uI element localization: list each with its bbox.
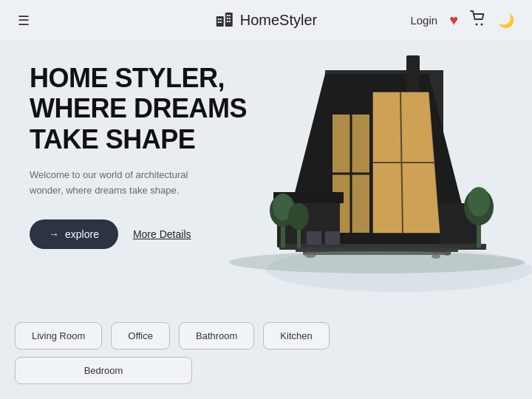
svg-point-12 bbox=[476, 24, 478, 26]
pill-office[interactable]: Office bbox=[111, 322, 170, 349]
arrow-icon: → bbox=[49, 228, 59, 240]
svg-rect-4 bbox=[218, 21, 219, 23]
svg-rect-5 bbox=[220, 21, 222, 23]
header-left: ☰ bbox=[18, 13, 30, 29]
svg-point-32 bbox=[229, 251, 525, 273]
hero-subtitle: Welcome to our world of architectural wo… bbox=[30, 168, 192, 199]
svg-point-37 bbox=[288, 203, 309, 230]
svg-rect-9 bbox=[229, 18, 231, 19]
svg-rect-6 bbox=[227, 15, 228, 16]
pill-living-room[interactable]: Living Room bbox=[15, 322, 102, 349]
svg-rect-2 bbox=[218, 18, 219, 20]
pill-bathroom[interactable]: Bathroom bbox=[179, 322, 254, 349]
house-image bbox=[229, 33, 532, 314]
left-content: HOME STYLER, WHERE DREAMS TAKE SHAPE Wel… bbox=[30, 63, 259, 249]
explore-label: explore bbox=[65, 228, 99, 240]
cart-icon[interactable] bbox=[470, 10, 486, 30]
svg-point-40 bbox=[468, 187, 490, 216]
cta-row: → explore More Details bbox=[30, 219, 259, 249]
header-center: HomeStyler bbox=[215, 9, 317, 33]
more-details-link[interactable]: More Details bbox=[133, 228, 191, 240]
pill-bedroom[interactable]: Bedroom bbox=[15, 357, 192, 384]
brand-icon bbox=[215, 9, 234, 33]
svg-rect-8 bbox=[227, 18, 228, 19]
svg-rect-11 bbox=[229, 21, 231, 22]
pills-row-2: Bedroom bbox=[15, 357, 517, 384]
explore-button[interactable]: → explore bbox=[30, 219, 118, 249]
svg-point-42 bbox=[432, 254, 440, 259]
pill-kitchen[interactable]: Kitchen bbox=[263, 322, 329, 349]
header-right: Login ♥ 🌙 bbox=[410, 10, 514, 30]
svg-point-13 bbox=[481, 24, 483, 26]
svg-rect-10 bbox=[227, 21, 228, 22]
heart-icon[interactable]: ♥ bbox=[449, 12, 458, 29]
pills-row-1: Living Room Office Bathroom Kitchen bbox=[15, 322, 517, 349]
svg-rect-3 bbox=[220, 18, 222, 20]
svg-point-43 bbox=[443, 251, 451, 256]
svg-rect-7 bbox=[229, 15, 231, 16]
hamburger-icon[interactable]: ☰ bbox=[18, 13, 30, 29]
main-content: HOME STYLER, WHERE DREAMS TAKE SHAPE Wel… bbox=[0, 41, 532, 317]
dark-mode-icon[interactable]: 🌙 bbox=[498, 13, 514, 29]
hero-title: HOME STYLER, WHERE DREAMS TAKE SHAPE bbox=[30, 63, 259, 154]
brand-name: HomeStyler bbox=[240, 12, 317, 29]
svg-rect-1 bbox=[225, 13, 233, 27]
login-button[interactable]: Login bbox=[410, 14, 437, 27]
svg-marker-25 bbox=[374, 93, 439, 232]
svg-point-41 bbox=[304, 252, 316, 258]
svg-rect-18 bbox=[406, 55, 420, 96]
header: ☰ HomeStyler Login ♥ bbox=[0, 0, 532, 41]
bottom-section: Living Room Office Bathroom Kitchen Bedr… bbox=[0, 322, 532, 384]
svg-rect-44 bbox=[307, 231, 321, 245]
svg-rect-45 bbox=[325, 231, 340, 245]
